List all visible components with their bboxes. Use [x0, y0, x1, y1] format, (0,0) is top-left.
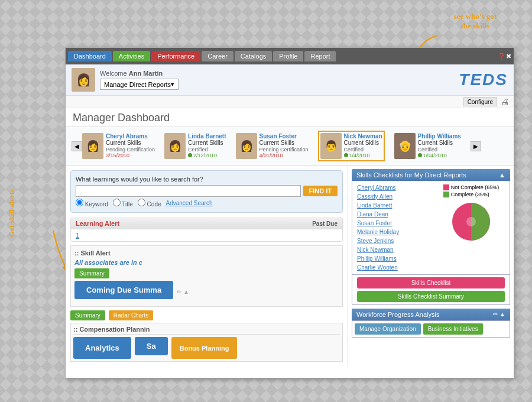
chevron-left-btn[interactable]: ◀	[72, 141, 82, 151]
summary-button[interactable]: Summary	[74, 268, 109, 278]
skills-checklist-button[interactable]: Skills Checklist	[357, 277, 505, 288]
skills-person-1[interactable]: Cassidy Allen	[357, 192, 428, 201]
chevron-right-btn[interactable]: ▶	[471, 141, 481, 151]
skill-alert-title: :: Skill Alert	[74, 249, 339, 257]
skill-alert-text: All associates are in c	[74, 259, 339, 266]
workforce-icons[interactable]: ✏ ▲	[493, 311, 505, 318]
search-section: What learnings would you like to search …	[70, 170, 343, 213]
code-option[interactable]: Code	[138, 199, 161, 208]
report-info-0: Cheryl Abrams Current Skills Pending Cer…	[106, 133, 155, 158]
search-row: FIND IT	[76, 185, 338, 197]
report-info-3: Nick Newman Current Skills Certified 1/4…	[344, 133, 382, 158]
user-info: Welcome Ann Martin Manage Direct Reports…	[100, 70, 179, 90]
business-initiatives-button[interactable]: Business Initiatives	[423, 323, 483, 335]
alert-body: 1	[71, 229, 342, 241]
report-avatar-1: 👩	[164, 133, 186, 159]
tab-report[interactable]: Report	[304, 51, 336, 61]
alert-header: Learning Alert Past Due	[71, 218, 342, 229]
header-area: 👩 Welcome Ann Martin Manage Direct Repor…	[66, 64, 514, 96]
reports-row: ◀ 👩 Cheryl Abrams Current Skills Pending…	[66, 127, 514, 166]
main-content: What learnings would you like to search …	[66, 166, 514, 367]
skills-person-5[interactable]: Melanie Holiday	[357, 228, 428, 236]
svg-point-3	[466, 217, 476, 226]
skills-person-3[interactable]: Diana Dean	[357, 210, 428, 219]
configure-bar: Configure 🖨	[66, 96, 514, 108]
tab-profile[interactable]: Profile	[273, 51, 303, 61]
welcome-text: Welcome Ann Martin	[100, 70, 179, 77]
skills-collapse-icon[interactable]: ▲	[499, 171, 505, 179]
manage-org-button[interactable]: Manage Organization	[355, 323, 421, 335]
search-question: What learnings would you like to search …	[76, 176, 338, 183]
configure-button[interactable]: Configure	[463, 97, 497, 106]
workforce-header: Workforce Progress Analysis ✏ ▲	[352, 309, 510, 320]
find-button[interactable]: FIND IT	[303, 186, 338, 196]
summary-btn-2[interactable]: Summary	[70, 310, 105, 320]
report-avatar-0: 👩	[82, 133, 103, 159]
past-due-value[interactable]: 1	[76, 232, 79, 239]
edit-icon[interactable]: ✏ ▲	[177, 288, 189, 295]
skills-person-9[interactable]: Charlie Wooten	[357, 263, 428, 272]
nav-bar: Dashboard Activities Performance Career …	[66, 48, 514, 64]
legend-not-complete: Not Complete (65%)	[443, 184, 499, 190]
annotation-top-right: see who's gotthe skills	[454, 12, 497, 31]
tab-dashboard[interactable]: Dashboard	[68, 51, 112, 61]
tab-performance[interactable]: Performance	[151, 51, 200, 61]
salary-button[interactable]: Sa	[135, 337, 168, 355]
report-avatar-4: 👴	[394, 133, 416, 159]
nav-help-icon[interactable]: ❓✖	[498, 53, 511, 60]
tab-career[interactable]: Career	[202, 51, 233, 61]
title-option[interactable]: Title	[113, 199, 133, 208]
right-panel: Skills Checklists for My Direct Reports …	[348, 166, 514, 367]
manage-dropdown[interactable]: Manage Direct Reports ▾	[100, 79, 179, 90]
skills-person-8[interactable]: Phillip Williams	[357, 254, 428, 263]
compensation-section: :: Compensation Plannin Analytics Sa Bon…	[70, 323, 343, 362]
report-card-0: 👩 Cheryl Abrams Current Skills Pending C…	[82, 133, 155, 159]
bonus-planning-button[interactable]: Bonus Planning	[171, 337, 238, 359]
report-card-1: 👩 Linda Barnett Current Skills Certified…	[164, 133, 226, 159]
skills-person-4[interactable]: Susan Foster	[357, 219, 428, 228]
learning-alert-section: Learning Alert Past Due 1	[70, 218, 343, 242]
workforce-section: Workforce Progress Analysis ✏ ▲ Manage O…	[352, 309, 510, 338]
skills-checklist-header: Skills Checklists for My Direct Reports …	[352, 169, 510, 181]
dashboard-title: Manager Dashboard	[66, 108, 514, 127]
user-name: Ann Martin	[129, 70, 163, 77]
complete-dot	[443, 192, 449, 197]
report-card-4: 👴 Phillip Williams Current Skills Certif…	[394, 133, 461, 159]
teds-logo: TEDS	[459, 70, 508, 89]
report-info-2: Susan Foster Current Skills Pending Cert…	[259, 133, 309, 158]
skills-person-0[interactable]: Cheryl Abrams	[357, 183, 428, 192]
analytics-button[interactable]: Analytics	[73, 337, 131, 359]
skills-body: Cheryl Abrams Cassidy Allen Linda Barnet…	[352, 181, 510, 275]
print-icon[interactable]: 🖨	[501, 97, 509, 106]
pie-chart	[450, 201, 492, 242]
bottom-sections: Summary Radar Charts	[70, 310, 343, 320]
logo-area: TEDS	[459, 70, 508, 89]
skills-person-2[interactable]: Linda Barnett	[357, 201, 428, 210]
workforce-btns: Manage Organization Business Initiatives	[352, 320, 510, 338]
skills-btns: Skills Checklist Skills Checklist Summar…	[352, 275, 510, 305]
not-complete-dot	[443, 184, 449, 190]
report-avatar-2: 👩	[236, 133, 257, 159]
keyword-option[interactable]: Keyword	[76, 199, 108, 208]
annotation-left: Get skill alerts	[7, 189, 17, 237]
left-panel: What learnings would you like to search …	[66, 166, 348, 367]
report-info-4: Phillip Williams Current Skills Certifie…	[418, 133, 461, 158]
skills-checklist-container: Skills Checklists for My Direct Reports …	[352, 169, 510, 305]
skills-person-6[interactable]: Steve Jenkins	[357, 236, 428, 245]
report-card-3: 👨 Nick Newman Current Skills Certified 1…	[318, 131, 385, 161]
legend-complete: Complete (35%)	[443, 192, 499, 197]
tab-catalogs[interactable]: Catalogs	[235, 51, 272, 61]
user-avatar: 👩	[72, 68, 95, 92]
radar-charts-button[interactable]: Radar Charts	[109, 310, 153, 320]
skills-person-7[interactable]: Nick Newman	[357, 245, 428, 254]
tab-activities[interactable]: Activities	[113, 51, 150, 61]
skills-checklist-summary-button[interactable]: Skills Checklist Summary	[357, 291, 505, 302]
report-avatar-3: 👨	[320, 133, 342, 159]
chart-legend: Not Complete (65%) Complete (35%)	[443, 184, 499, 199]
search-input[interactable]	[76, 185, 301, 197]
advanced-search-link[interactable]: Advanced Search	[166, 200, 213, 206]
skills-list: Cheryl Abrams Cassidy Allen Linda Barnet…	[352, 181, 433, 274]
skill-alert-section: :: Skill Alert All associates are in c S…	[70, 245, 343, 307]
coming-due-button[interactable]: Coming Due Summa	[74, 281, 173, 299]
skills-chart: Not Complete (65%) Complete (35%)	[433, 181, 510, 274]
